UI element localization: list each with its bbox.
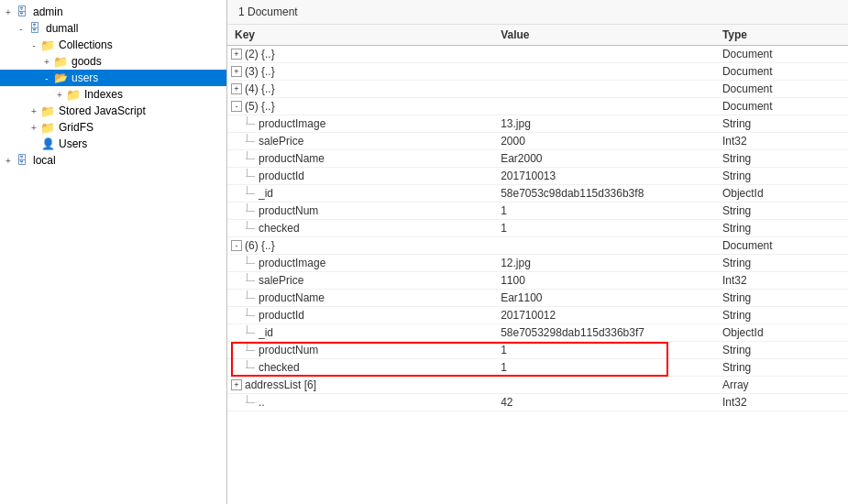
sidebar-item-gridfs[interactable]: + 📁 GridFS <box>0 119 226 136</box>
expander-users[interactable]: - <box>40 71 53 84</box>
value-cell: 42 <box>493 394 715 411</box>
key-label: productImage <box>259 257 325 269</box>
expander-local[interactable]: + <box>2 154 15 167</box>
expander-gridfs[interactable]: + <box>28 121 40 134</box>
type-cell: Array <box>715 377 848 394</box>
value-cell: 58e7053298dab115d336b3f7 <box>493 324 715 342</box>
type-cell: Int32 <box>715 272 848 290</box>
expander-dumall[interactable]: - <box>15 22 28 35</box>
sidebar-label-collections: Collections <box>57 38 113 51</box>
expander-indexes[interactable]: + <box>53 88 66 101</box>
key-label: checked <box>259 361 300 374</box>
key-cell: productNum <box>227 203 493 220</box>
table-row[interactable]: salePrice2000Int32 <box>227 133 848 150</box>
value-cell: 1100 <box>493 272 715 290</box>
expand-button[interactable]: - <box>231 101 242 112</box>
value-cell: 201710012 <box>493 307 715 324</box>
sidebar-label-indexes: Indexes <box>83 88 123 101</box>
doc-count: 1 Document <box>238 5 298 18</box>
sidebar-item-indexes[interactable]: + 📁 Indexes <box>0 86 226 103</box>
type-cell: String <box>715 307 848 324</box>
type-cell: Int32 <box>715 394 848 411</box>
sidebar-item-users[interactable]: - 📂 users <box>0 70 226 86</box>
table-row[interactable]: productImage13.jpgString <box>227 115 848 133</box>
key-cell: salePrice <box>227 272 493 290</box>
expand-button[interactable]: + <box>231 83 242 94</box>
table-row[interactable]: productNum1String <box>227 203 848 220</box>
key-label: (6) {..} <box>245 239 275 252</box>
folder-icon-storedjs: 📁 <box>40 104 55 118</box>
table-row[interactable]: -(6) {..}Document <box>227 237 848 255</box>
sidebar-label-dumall: dumall <box>44 22 78 35</box>
table-row[interactable]: productId201710012String <box>227 307 848 324</box>
expand-button[interactable]: + <box>231 66 242 77</box>
key-cell: productName <box>227 150 493 168</box>
value-cell: Ear2000 <box>493 150 715 168</box>
table-row[interactable]: productNameEar2000String <box>227 150 848 168</box>
value-cell: 1 <box>493 203 715 220</box>
sidebar-label-goods: goods <box>70 55 102 68</box>
folder-icon-goods: 📁 <box>53 54 68 69</box>
key-label: addressList [6] <box>245 378 316 391</box>
type-cell: String <box>715 203 848 220</box>
table-row[interactable]: checked1String <box>227 359 848 377</box>
type-cell: String <box>715 150 848 168</box>
sidebar-item-sysusers[interactable]: 👤 Users <box>0 136 226 152</box>
sidebar-item-admin[interactable]: + 🗄 admin <box>0 4 226 20</box>
table-row[interactable]: +(2) {..}Document <box>227 46 848 63</box>
key-label: (4) {..} <box>245 82 275 95</box>
table-row[interactable]: salePrice1100Int32 <box>227 272 848 290</box>
value-cell <box>493 237 715 255</box>
data-table: Key Value Type +(2) {..}Document+(3) {..… <box>227 25 848 411</box>
expand-button[interactable]: + <box>231 379 242 390</box>
type-cell: ObjectId <box>715 185 848 203</box>
key-cell: +(4) {..} <box>227 81 493 98</box>
table-row[interactable]: productImage12.jpgString <box>227 255 848 272</box>
expander-admin[interactable]: + <box>2 5 15 18</box>
key-cell: productName <box>227 290 493 307</box>
table-row[interactable]: -(5) {..}Document <box>227 98 848 115</box>
key-cell: productImage <box>227 255 493 272</box>
expand-button[interactable]: + <box>231 49 242 60</box>
folder-icon-collections: 📁 <box>40 38 55 52</box>
table-row[interactable]: +(3) {..}Document <box>227 63 848 81</box>
key-cell: productId <box>227 168 493 185</box>
expander-storedjs[interactable]: + <box>28 104 40 117</box>
value-cell: 1 <box>493 359 715 377</box>
table-row[interactable]: productNum1String <box>227 342 848 359</box>
key-cell: _id <box>227 324 493 342</box>
sidebar-item-local[interactable]: + 🗄 local <box>0 152 226 169</box>
table-container[interactable]: Key Value Type +(2) {..}Document+(3) {..… <box>227 25 848 504</box>
key-label: (3) {..} <box>245 65 275 78</box>
table-row[interactable]: productId201710013String <box>227 168 848 185</box>
value-cell: 13.jpg <box>493 115 715 133</box>
value-cell <box>493 377 715 394</box>
doc-header: 1 Document <box>227 0 848 25</box>
key-label: (5) {..} <box>245 100 275 113</box>
expander-collections[interactable]: - <box>28 38 40 51</box>
key-cell: checked <box>227 359 493 377</box>
key-label: productName <box>259 291 325 304</box>
sidebar-label-sysusers: Users <box>57 137 87 150</box>
key-cell: productId <box>227 307 493 324</box>
table-row[interactable]: _id58e7053298dab115d336b3f7ObjectId <box>227 324 848 342</box>
table-row[interactable]: +addressList [6]Array <box>227 377 848 394</box>
key-label: _id <box>259 326 273 339</box>
key-label: productId <box>259 170 304 182</box>
value-cell: 2000 <box>493 133 715 150</box>
table-row[interactable]: ..42Int32 <box>227 394 848 411</box>
value-cell: Ear1100 <box>493 290 715 307</box>
sidebar-item-goods[interactable]: + 📁 goods <box>0 53 226 70</box>
db-icon-dumall: 🗄 <box>28 21 42 36</box>
table-row[interactable]: checked1String <box>227 220 848 237</box>
sidebar-item-dumall[interactable]: - 🗄 dumall <box>0 20 226 37</box>
sidebar-item-collections[interactable]: - 📁 Collections <box>0 37 226 53</box>
table-row[interactable]: _id58e7053c98dab115d336b3f8ObjectId <box>227 185 848 203</box>
table-row[interactable]: +(4) {..}Document <box>227 81 848 98</box>
key-cell: +(3) {..} <box>227 63 493 81</box>
type-cell: String <box>715 168 848 185</box>
expand-button[interactable]: - <box>231 240 242 251</box>
sidebar-item-storedjs[interactable]: + 📁 Stored JavaScript <box>0 103 226 119</box>
expander-goods[interactable]: + <box>40 55 53 68</box>
table-row[interactable]: productNameEar1100String <box>227 290 848 307</box>
